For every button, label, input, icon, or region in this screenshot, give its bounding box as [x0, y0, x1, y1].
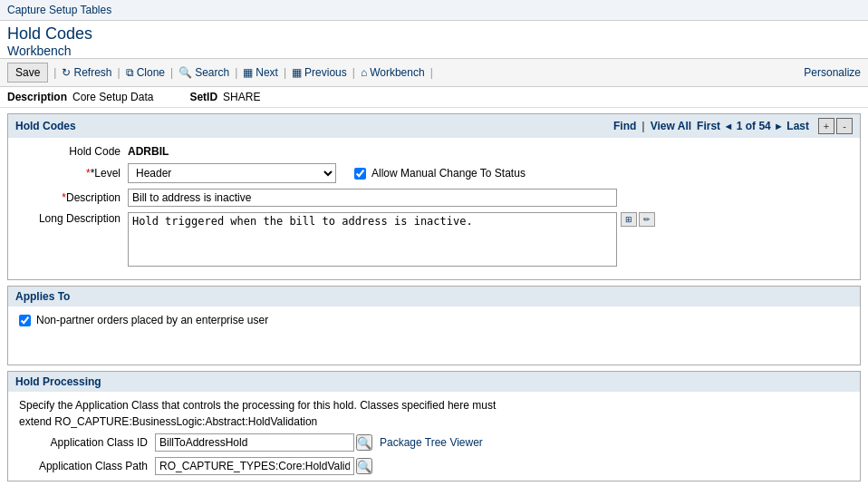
save-button[interactable]: Save: [7, 63, 48, 83]
long-description-label: Long Description: [19, 212, 128, 225]
app-class-path-search-button[interactable]: 🔍: [356, 458, 372, 474]
expand-icon-btn[interactable]: ⊞: [621, 212, 637, 227]
processing-info: Specify the Application Class that contr…: [8, 392, 860, 433]
page-subtitle: Workbench: [7, 44, 861, 58]
level-row: **Level Header Line Order Allow Manual C…: [19, 163, 849, 183]
non-partner-label: Non-partner orders placed by an enterpri…: [36, 314, 268, 326]
long-desc-icons: ⊞ ✏: [621, 212, 655, 227]
remove-row-button[interactable]: -: [836, 118, 853, 134]
record-current: 1: [737, 120, 743, 132]
nav-prev-arrow[interactable]: ◄: [723, 121, 733, 131]
row-controls: + -: [818, 118, 853, 134]
hold-codes-section: Hold Codes Find | View All First ◄ 1 of …: [7, 113, 861, 280]
applies-to-header: Applies To: [8, 287, 860, 306]
app-class-id-search-button[interactable]: 🔍: [356, 434, 372, 451]
previous-link[interactable]: ▦ Previous: [290, 63, 349, 82]
applies-to-form: Non-partner orders placed by an enterpri…: [8, 306, 860, 365]
workbench-icon: ⌂: [361, 66, 367, 79]
toolbar-left: Save | ↻ Refresh | ⧉ Clone | 🔍 Search | …: [7, 63, 437, 83]
next-label: Next: [256, 66, 278, 79]
sep6: |: [352, 66, 355, 79]
section-nav: Find | View All First ◄ 1 of 54 ► Last: [613, 120, 809, 132]
search-icon: 🔍: [178, 66, 192, 79]
description-row: *Description: [19, 189, 849, 207]
nav-next-arrow[interactable]: ►: [774, 121, 784, 131]
view-all-link[interactable]: View All: [651, 120, 691, 132]
desc-bar: Description Core Setup Data SetID SHARE: [0, 87, 868, 108]
package-tree-link[interactable]: Package Tree Viewer: [380, 436, 483, 449]
previous-label: Previous: [304, 66, 347, 79]
search-label: Search: [195, 66, 229, 79]
description-label: Description: [7, 91, 67, 103]
sep3: |: [170, 66, 173, 79]
long-description-row: Long Description Hold triggered when the…: [19, 212, 849, 267]
non-partner-checkbox-row: Non-partner orders placed by an enterpri…: [19, 314, 849, 326]
description-label: *Description: [19, 191, 128, 204]
hold-code-row: Hold Code ADRBIL: [19, 145, 849, 158]
edit-icon-btn[interactable]: ✏: [639, 212, 655, 227]
hold-processing-title: Hold Processing: [15, 375, 101, 388]
sep2: |: [118, 66, 121, 79]
last-label[interactable]: Last: [786, 120, 809, 132]
info-line1: Specify the Application Class that contr…: [19, 399, 496, 412]
toolbar: Save | ↻ Refresh | ⧉ Clone | 🔍 Search | …: [0, 58, 868, 87]
allow-manual-label: Allow Manual Change To Status: [371, 167, 526, 180]
hold-codes-header: Hold Codes Find | View All First ◄ 1 of …: [8, 114, 860, 138]
app-class-path-input[interactable]: [155, 457, 354, 475]
hold-codes-form: Hold Code ADRBIL **Level Header Line Ord…: [8, 138, 860, 279]
info-line2: extend RO_CAPTURE:BusinessLogic:Abstract…: [19, 415, 317, 428]
app-class-id-label: Application Class ID: [19, 436, 155, 449]
add-row-button[interactable]: +: [818, 118, 834, 134]
personalize-link[interactable]: Personalize: [804, 66, 861, 79]
page-title-area: Hold Codes Workbench: [0, 21, 868, 58]
next-link[interactable]: ▦ Next: [241, 63, 280, 82]
next-icon: ▦: [243, 66, 253, 79]
workbench-link[interactable]: ⌂ Workbench: [359, 63, 427, 82]
non-partner-checkbox[interactable]: [19, 315, 31, 326]
app-class-id-row: Application Class ID 🔍 Package Tree View…: [8, 433, 860, 452]
app-class-path-row: Application Class Path 🔍: [8, 457, 860, 475]
app-class-path-label: Application Class Path: [19, 460, 155, 472]
workbench-label: Workbench: [370, 66, 424, 79]
clone-label: Clone: [137, 66, 165, 79]
allow-manual-checkbox[interactable]: [354, 168, 366, 180]
sep7: |: [430, 66, 433, 79]
clone-link[interactable]: ⧉ Clone: [124, 63, 167, 82]
description-input[interactable]: [128, 189, 617, 207]
level-label: **Level: [19, 167, 128, 180]
sep5: |: [284, 66, 286, 79]
sep1: |: [53, 66, 56, 79]
applies-to-section: Applies To Non-partner orders placed by …: [7, 286, 861, 365]
setid-value: SHARE: [223, 91, 260, 103]
refresh-label: Refresh: [73, 66, 111, 79]
breadcrumb-link[interactable]: Capture Setup Tables: [7, 4, 111, 16]
page-title: Hold Codes: [7, 24, 861, 44]
applies-to-title: Applies To: [15, 290, 70, 303]
long-description-textarea[interactable]: Hold triggered when the bill to address …: [128, 212, 617, 267]
sep4: |: [235, 66, 237, 79]
hold-processing-header: Hold Processing: [8, 372, 860, 392]
previous-icon: ▦: [292, 66, 302, 79]
description-value: Core Setup Data: [72, 91, 153, 103]
hold-processing-section: Hold Processing Specify the Application …: [7, 371, 861, 481]
refresh-link[interactable]: ↻ Refresh: [60, 63, 113, 82]
first-label[interactable]: First: [697, 120, 720, 132]
hold-codes-title: Hold Codes: [15, 120, 76, 132]
refresh-icon: ↻: [62, 66, 71, 79]
record-total: 54: [758, 120, 770, 132]
hold-code-label: Hold Code: [19, 145, 128, 158]
breadcrumb: Capture Setup Tables: [0, 0, 868, 21]
app-class-id-input[interactable]: [155, 433, 354, 452]
clone-icon: ⧉: [126, 66, 134, 79]
search-link[interactable]: 🔍 Search: [177, 63, 231, 82]
find-link[interactable]: Find: [613, 120, 636, 132]
hold-code-value: ADRBIL: [128, 145, 169, 158]
setid-label: SetID: [189, 91, 217, 103]
level-select[interactable]: Header Line Order: [128, 163, 336, 183]
